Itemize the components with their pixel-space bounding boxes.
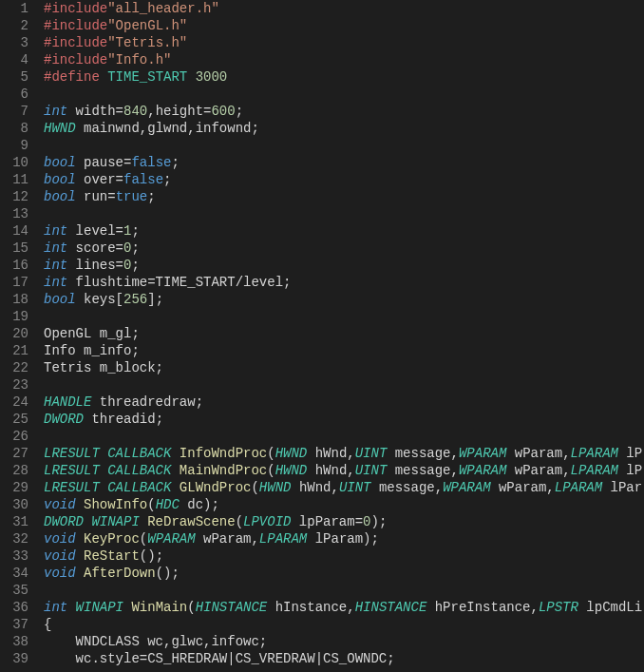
code-line[interactable]: Info m_info; (44, 342, 644, 359)
token: ( (251, 480, 258, 495)
line-number: 30 (8, 496, 28, 513)
code-line[interactable]: int score=0; (44, 240, 644, 257)
code-line[interactable]: wc.style=CS_HREDRAW|CS_VREDRAW|CS_OWNDC; (44, 650, 644, 667)
code-line[interactable]: DWORD WINAPI ReDrawScene(LPVOID lpParam=… (44, 513, 644, 530)
code-line[interactable]: bool run=true; (44, 188, 644, 205)
code-line[interactable]: #include"Tetris.h" (44, 34, 644, 51)
token: HWND (44, 121, 84, 136)
code-line[interactable]: { (44, 616, 644, 633)
code-line[interactable]: HANDLE threadredraw; (44, 394, 644, 411)
token: "Tetris.h" (107, 35, 187, 50)
line-number: 20 (8, 325, 28, 342)
code-line[interactable] (44, 376, 644, 394)
code-line[interactable]: int flushtime=TIME_START/level; (44, 274, 644, 291)
code-line[interactable]: LRESULT CALLBACK GLWndProc(HWND hWnd,UIN… (44, 479, 644, 496)
code-line[interactable]: OpenGL m_gl; (44, 325, 644, 342)
token: run= (84, 189, 116, 204)
code-line[interactable]: void ReStart(); (44, 547, 644, 565)
token: hInstance, (275, 600, 355, 615)
code-line[interactable]: bool over=false; (44, 171, 644, 188)
token: ( (236, 514, 243, 529)
token: UINT (355, 463, 395, 478)
code-area[interactable]: #include"all_header.h"#include"OpenGL.h"… (40, 0, 644, 672)
line-number: 12 (8, 188, 28, 205)
code-editor: 1234567891011121314151617181920212223242… (0, 0, 644, 672)
code-line[interactable]: int level=1; (44, 222, 644, 240)
code-line[interactable] (44, 308, 644, 325)
code-line[interactable]: LRESULT CALLBACK MainWndProc(HWND hWnd,U… (44, 462, 644, 479)
line-number: 10 (8, 154, 28, 171)
line-number: 26 (8, 428, 28, 445)
token: threadredraw; (100, 394, 203, 410)
line-number: 13 (8, 205, 28, 222)
code-line[interactable]: #define TIME_START 3000 (44, 68, 644, 86)
line-number: 28 (8, 462, 28, 479)
code-line[interactable]: LRESULT CALLBACK InfoWndProc(HWND hWnd,U… (44, 445, 644, 462)
line-number: 31 (8, 513, 28, 530)
code-line[interactable]: WNDCLASS wc,glwc,infowc; (44, 633, 644, 650)
token: #define (44, 69, 107, 85)
token: WinMain (131, 600, 187, 615)
code-line[interactable]: int WINAPI WinMain(HINSTANCE hInstance,H… (44, 599, 644, 616)
code-line[interactable] (44, 86, 644, 103)
code-line[interactable] (44, 137, 644, 154)
token: void (44, 531, 84, 547)
token: int (44, 104, 76, 119)
token: "Info.h" (107, 52, 171, 67)
line-number: 25 (8, 411, 28, 428)
code-line[interactable]: void AfterDown(); (44, 565, 644, 582)
token: 256 (123, 292, 147, 307)
line-number: 7 (8, 103, 28, 120)
code-line[interactable]: #include"Info.h" (44, 51, 644, 68)
code-line[interactable]: HWND mainwnd,glwnd,infownd; (44, 120, 644, 137)
code-line[interactable]: int width=840,height=600; (44, 103, 644, 120)
token: wParam, (515, 446, 571, 461)
token: lines= (76, 258, 123, 273)
line-number: 35 (8, 582, 28, 599)
token: OpenGL m_gl; (44, 326, 140, 341)
token: lParam (315, 531, 363, 547)
code-line[interactable]: DWORD threadid; (44, 411, 644, 428)
token: lpParam= (299, 514, 363, 529)
token: WINAPI (76, 600, 132, 615)
token: ( (140, 531, 147, 547)
code-line[interactable]: void ShowInfo(HDC dc); (44, 496, 644, 513)
token: Info m_info; (44, 343, 140, 358)
line-number: 14 (8, 222, 28, 240)
token: LPVOID (243, 514, 299, 529)
code-line[interactable]: bool pause=false; (44, 154, 644, 171)
code-line[interactable] (44, 582, 644, 599)
token: LPSTR (539, 600, 586, 615)
code-line[interactable] (44, 205, 644, 222)
line-number: 23 (8, 376, 28, 394)
token: width= (76, 104, 123, 119)
code-line[interactable] (44, 428, 644, 445)
token: ; (379, 514, 387, 529)
line-number: 36 (8, 599, 28, 616)
token: ) (370, 514, 378, 529)
token: lP (626, 463, 642, 478)
code-line[interactable]: #include"OpenGL.h" (44, 17, 644, 34)
code-line[interactable]: #include"all_header.h" (44, 0, 644, 17)
token: ; (156, 548, 163, 564)
line-number: 39 (8, 650, 28, 667)
line-number: 37 (8, 616, 28, 633)
token: UINT (339, 480, 379, 495)
code-line[interactable]: bool keys[256]; (44, 291, 644, 308)
token: HINSTANCE (196, 600, 275, 615)
code-line[interactable]: Tetris m_block; (44, 359, 644, 376)
line-number: 22 (8, 359, 28, 376)
token: ReDrawScene (147, 514, 235, 529)
token: lP (626, 446, 642, 461)
line-number: 6 (8, 86, 28, 103)
token: ; (171, 566, 179, 581)
token: threadid; (91, 412, 163, 427)
token: HDC (156, 497, 188, 512)
token: mainwnd,glwnd,infownd; (84, 121, 259, 136)
line-number: 4 (8, 51, 28, 68)
code-line[interactable]: int lines=0; (44, 257, 644, 274)
code-line[interactable]: void KeyProc(WPARAM wParam,LPARAM lParam… (44, 530, 644, 547)
token: ( (147, 497, 155, 512)
token: flushtime=TIME_START/level; (76, 275, 292, 290)
token: int (44, 223, 76, 239)
